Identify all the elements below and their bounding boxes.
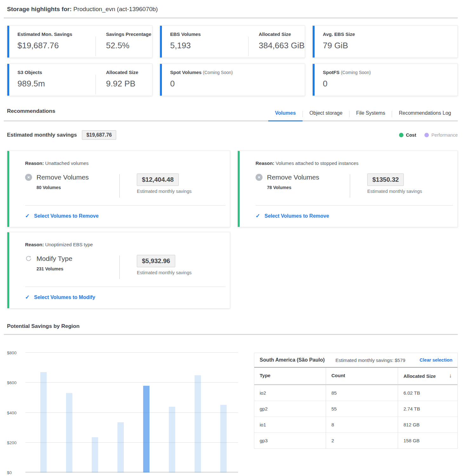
stat-value: 52.5% bbox=[106, 41, 151, 51]
remove-circle-icon: ✕ bbox=[25, 174, 32, 181]
page-title-label: Storage highlights for: bbox=[7, 6, 72, 12]
chart-bar-6[interactable] bbox=[195, 375, 201, 473]
chart-bar-column bbox=[56, 353, 82, 473]
chart-ytick-label: $0 bbox=[7, 470, 22, 475]
card-s3-objects: S3 Objects 989.5m Allocated Size 9.92 PB bbox=[7, 64, 152, 96]
stat-value: 989.5m bbox=[17, 79, 96, 89]
tab-file-systems[interactable]: File Systems bbox=[350, 110, 392, 121]
cell-count: 55 bbox=[326, 401, 398, 417]
rec-card-unoptimized-ebs-type: Reason: Unoptimized EBS type Modify Type… bbox=[7, 232, 230, 309]
column-header-type: Type bbox=[254, 368, 326, 384]
chart-bar-column bbox=[185, 353, 210, 473]
account-name: Production_evn (act-1396070b) bbox=[73, 6, 158, 12]
card-spotfs: SpotFS (Coming Soon) 0 bbox=[312, 64, 458, 96]
stat-label: Allocated Size bbox=[259, 31, 305, 37]
recommendation-cards: Reason: Unattached volumes ✕ Remove Volu… bbox=[7, 151, 458, 309]
card-monthly-savings: Estimated Mon. Savings $19,687.76 Saving… bbox=[7, 25, 152, 58]
stat-divider bbox=[248, 37, 249, 56]
stat-value: 79 GiB bbox=[323, 41, 355, 51]
stat-value: 384,663 GiB bbox=[259, 41, 305, 51]
region-table-panel: South America (São Paulo) Estimated mont… bbox=[254, 353, 458, 449]
legend-item-cost[interactable]: Cost bbox=[399, 133, 416, 138]
cost-dot-icon bbox=[399, 133, 403, 137]
reason-line: Reason: Unattached volumes bbox=[25, 160, 230, 166]
chart-ytick-label: $400 bbox=[7, 411, 22, 415]
clear-selection-link[interactable]: Clear selection bbox=[420, 357, 452, 363]
stat-label: EBS Volumes bbox=[170, 31, 248, 37]
reason-line: Reason: Volumes attached to stopped inst… bbox=[256, 160, 457, 166]
table-row: gp2 55 2.74 TB bbox=[254, 401, 457, 417]
card-divider bbox=[256, 205, 453, 206]
check-icon: ✓ bbox=[25, 213, 30, 219]
chart-bar-4[interactable] bbox=[143, 386, 150, 473]
chart-bar-column bbox=[108, 353, 133, 473]
savings-summary-value: $19,687.76 bbox=[82, 130, 116, 140]
region-table-title-row: South America (São Paulo) Estimated mont… bbox=[254, 353, 457, 368]
highlight-cards-row-2: S3 Objects 989.5m Allocated Size 9.92 PB… bbox=[7, 64, 458, 96]
action-title: Modify Type bbox=[25, 255, 119, 262]
column-header-allocated-size: Allocated Size ↓ bbox=[398, 368, 457, 384]
stat-value: 0 bbox=[170, 79, 233, 89]
chart-bar-column bbox=[133, 353, 159, 473]
card-avg-ebs-size: Avg. EBS Size 79 GiB bbox=[312, 25, 458, 58]
region-chart-plot bbox=[25, 353, 238, 473]
region-table-title: South America (São Paulo) bbox=[260, 357, 325, 363]
stat-value: 5,193 bbox=[170, 41, 248, 51]
chart-bar-column bbox=[159, 353, 185, 473]
stat-divider bbox=[96, 37, 96, 56]
chart-ytick-label: $200 bbox=[7, 440, 22, 445]
cell-type: io1 bbox=[254, 417, 326, 432]
stat-value: $19,687.76 bbox=[17, 41, 96, 51]
select-volumes-to-remove-link[interactable]: ✓ Select Volumes to Remove bbox=[25, 213, 230, 219]
tab-object-storage[interactable]: Object storage bbox=[303, 110, 349, 121]
sort-descending-arrow-icon[interactable]: ↓ bbox=[449, 373, 452, 379]
region-table-body: io2 85 6.02 TB gp2 55 2.74 TB io1 8 812 … bbox=[254, 385, 457, 448]
chart-ytick-label: $800 bbox=[7, 350, 22, 355]
card-divider bbox=[25, 205, 225, 206]
region-table-header: Type Count Allocated Size ↓ bbox=[254, 368, 457, 385]
chart-ytick-label: $600 bbox=[7, 380, 22, 385]
rec-card-unattached-volumes: Reason: Unattached volumes ✕ Remove Volu… bbox=[7, 151, 230, 227]
table-row: gp3 2 158 GB bbox=[254, 433, 457, 448]
volume-count: 78 Volumes bbox=[267, 185, 350, 190]
cost-performance-legend: Cost Performance bbox=[399, 133, 458, 138]
volume-count: 231 Volumes bbox=[37, 266, 119, 271]
highlight-cards-row-1: Estimated Mon. Savings $19,687.76 Saving… bbox=[7, 25, 458, 58]
region-chart-bars bbox=[25, 353, 238, 473]
cell-count: 8 bbox=[326, 417, 398, 432]
chart-bar-7[interactable] bbox=[220, 405, 227, 473]
select-volumes-to-modify-link[interactable]: ✓ Select Volumes to Modify bbox=[25, 294, 230, 301]
cell-count: 2 bbox=[326, 433, 398, 448]
tab-recommendations-log[interactable]: Recommendations Log bbox=[392, 110, 458, 121]
cell-type: io2 bbox=[254, 385, 326, 401]
chart-bar-0[interactable] bbox=[40, 372, 47, 473]
region-section-heading: Potential Savings by Region bbox=[7, 323, 458, 330]
stat-label: Spot Volumes (Coming Soon) bbox=[170, 70, 233, 75]
cell-size: 812 GB bbox=[398, 417, 457, 432]
chart-bar-3[interactable] bbox=[117, 422, 124, 473]
card-divider bbox=[25, 287, 225, 287]
recommendations-tabs: Volumes Object storage File Systems Reco… bbox=[268, 110, 458, 121]
region-table-subtitle: Estimated monthly savings: $579 bbox=[336, 357, 405, 363]
chart-bar-5[interactable] bbox=[169, 407, 175, 473]
action-title: ✕ Remove Volumes bbox=[256, 173, 350, 181]
stat-label: Avg. EBS Size bbox=[323, 31, 355, 37]
cell-type: gp2 bbox=[254, 401, 326, 417]
card-spot-volumes: Spot Volumes (Coming Soon) 0 bbox=[160, 64, 305, 96]
cell-size: 158 GB bbox=[398, 433, 457, 448]
savings-caption: Estimated monthly savings bbox=[137, 270, 191, 275]
savings-summary-label: Estimated monthly savings bbox=[7, 132, 77, 138]
chart-bar-1[interactable] bbox=[66, 393, 72, 473]
performance-dot-icon bbox=[424, 133, 429, 137]
savings-by-region-chart: $800$600$400$200$0 Europe(Stockholm)Euro… bbox=[7, 335, 239, 476]
cell-type: gp3 bbox=[254, 433, 326, 448]
tab-volumes[interactable]: Volumes bbox=[268, 110, 303, 121]
legend-item-performance[interactable]: Performance bbox=[424, 133, 458, 138]
select-volumes-to-remove-link[interactable]: ✓ Select Volumes to Remove bbox=[256, 213, 457, 219]
table-row: io1 8 812 GB bbox=[254, 417, 457, 433]
chart-bar-2[interactable] bbox=[92, 437, 98, 473]
coming-soon-note: (Coming Soon) bbox=[203, 70, 233, 75]
check-icon: ✓ bbox=[25, 294, 30, 301]
chart-bar-column bbox=[210, 353, 236, 473]
header-divider bbox=[4, 17, 458, 18]
